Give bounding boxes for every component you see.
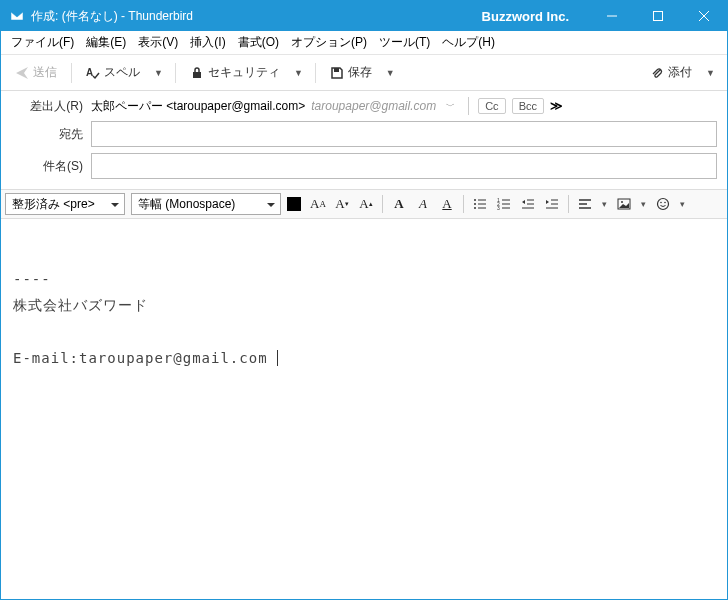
emoji-button[interactable]: [652, 193, 674, 215]
menubar: ファイル(F) 編集(E) 表示(V) 挿入(I) 書式(O) オプション(P)…: [1, 31, 727, 55]
subject-label: 件名(S): [11, 158, 91, 175]
signature-separator: ----: [13, 266, 715, 293]
compose-headers: 差出人(R) 太郎ペーパー <taroupaper@gmail.com> tar…: [1, 91, 727, 189]
attach-dropdown[interactable]: ▼: [702, 68, 719, 78]
send-label: 送信: [33, 64, 57, 81]
subject-input[interactable]: [91, 153, 717, 179]
svg-text:3: 3: [497, 205, 500, 211]
minimize-button[interactable]: [589, 1, 635, 31]
titlebar: 作成: (件名なし) - Thunderbird Buzzword Inc.: [1, 1, 727, 31]
svg-point-11: [474, 207, 476, 209]
format-toolbar: 整形済み <pre> 等幅 (Monospace) AA A▾ A▴ A A A…: [1, 189, 727, 219]
menu-format[interactable]: 書式(O): [232, 32, 285, 53]
save-dropdown[interactable]: ▼: [382, 68, 399, 78]
spell-button[interactable]: A スペル: [80, 60, 146, 85]
send-icon: [15, 66, 29, 80]
bullet-list-button[interactable]: [469, 193, 491, 215]
company-name: Buzzword Inc.: [482, 9, 569, 24]
bcc-button[interactable]: Bcc: [512, 98, 544, 114]
lock-icon: [190, 66, 204, 80]
svg-point-9: [474, 203, 476, 205]
more-recipients-button[interactable]: ≫: [550, 99, 563, 113]
bold-button[interactable]: A: [388, 193, 410, 215]
svg-point-7: [474, 199, 476, 201]
signature-company: 株式会社バズワード: [13, 292, 715, 319]
from-placeholder: taroupaper@gmail.com: [311, 99, 436, 113]
cc-button[interactable]: Cc: [478, 98, 505, 114]
security-dropdown[interactable]: ▼: [290, 68, 307, 78]
maximize-button[interactable]: [635, 1, 681, 31]
paragraph-select[interactable]: 整形済み <pre>: [5, 193, 125, 215]
menu-options[interactable]: オプション(P): [285, 32, 373, 53]
spell-dropdown[interactable]: ▼: [150, 68, 167, 78]
indent-button[interactable]: [541, 193, 563, 215]
text-cursor: [268, 350, 278, 366]
menu-file[interactable]: ファイル(F): [5, 32, 80, 53]
from-value[interactable]: 太郎ペーパー <taroupaper@gmail.com>: [91, 98, 305, 115]
font-size-down-button[interactable]: A▾: [331, 193, 353, 215]
svg-point-31: [660, 202, 662, 204]
font-size-up-button[interactable]: A▴: [355, 193, 377, 215]
from-dropdown[interactable]: ﹀: [442, 100, 459, 113]
svg-rect-1: [654, 12, 663, 21]
menu-view[interactable]: 表示(V): [132, 32, 184, 53]
menu-help[interactable]: ヘルプ(H): [436, 32, 501, 53]
security-button[interactable]: セキュリティ: [184, 60, 286, 85]
compose-body[interactable]: ---- 株式会社バズワード E-mail:taroupaper@gmail.c…: [1, 219, 727, 392]
emoji-dropdown[interactable]: ▾: [676, 199, 689, 209]
to-label[interactable]: 宛先: [11, 126, 91, 143]
window-title: 作成: (件名なし) - Thunderbird: [31, 8, 193, 25]
menu-insert[interactable]: 挿入(I): [184, 32, 231, 53]
outdent-button[interactable]: [517, 193, 539, 215]
font-select[interactable]: 等幅 (Monospace): [131, 193, 281, 215]
send-button[interactable]: 送信: [9, 60, 63, 85]
align-button[interactable]: [574, 193, 596, 215]
app-icon: [9, 8, 25, 24]
save-icon: [330, 66, 344, 80]
to-input[interactable]: [91, 121, 717, 147]
attach-label: 添付: [668, 64, 692, 81]
spell-icon: A: [86, 66, 100, 80]
main-toolbar: 送信 A スペル ▼ セキュリティ ▼ 保存 ▼ 添付 ▼: [1, 55, 727, 91]
save-label: 保存: [348, 64, 372, 81]
svg-point-29: [621, 201, 623, 203]
svg-text:A: A: [86, 67, 93, 78]
menu-edit[interactable]: 編集(E): [80, 32, 132, 53]
underline-button[interactable]: A: [436, 193, 458, 215]
signature-email: E-mail:taroupaper@gmail.com: [13, 350, 268, 366]
svg-rect-6: [334, 68, 339, 72]
from-label: 差出人(R): [11, 98, 91, 115]
spell-label: スペル: [104, 64, 140, 81]
menu-tools[interactable]: ツール(T): [373, 32, 436, 53]
paperclip-icon: [650, 66, 664, 80]
italic-button[interactable]: A: [412, 193, 434, 215]
number-list-button[interactable]: 123: [493, 193, 515, 215]
save-button[interactable]: 保存: [324, 60, 378, 85]
svg-rect-5: [193, 72, 201, 78]
close-button[interactable]: [681, 1, 727, 31]
align-dropdown[interactable]: ▾: [598, 199, 611, 209]
security-label: セキュリティ: [208, 64, 280, 81]
text-color-button[interactable]: [283, 193, 305, 215]
svg-point-30: [658, 199, 669, 210]
insert-dropdown[interactable]: ▾: [637, 199, 650, 209]
svg-point-32: [664, 202, 666, 204]
font-size-reset-button[interactable]: AA: [307, 193, 329, 215]
insert-image-button[interactable]: [613, 193, 635, 215]
attach-button[interactable]: 添付: [644, 60, 698, 85]
